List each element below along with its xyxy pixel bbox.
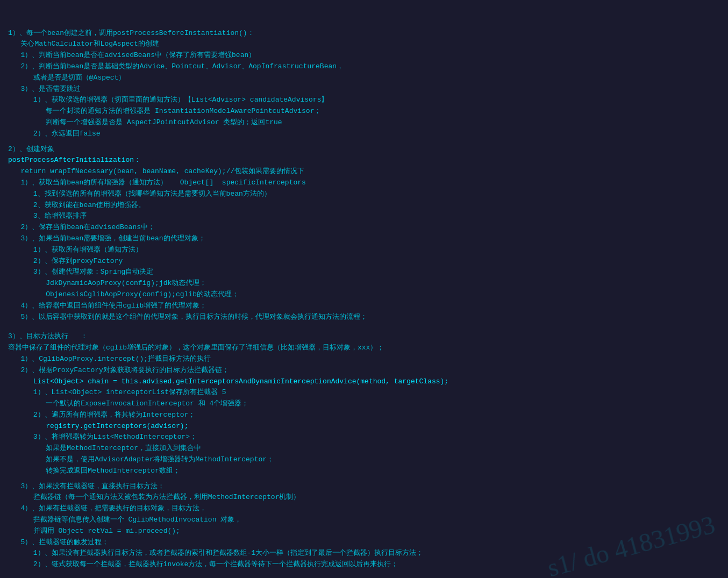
- code-line: 每一个封装的通知方法的增强器是 InstantiationModelAwareP…: [8, 106, 720, 117]
- code-line: return wrapIfNecessary(bean, beanName, c…: [8, 166, 720, 177]
- code-line: 5）、拦截器链的触发过程；: [8, 537, 720, 548]
- code-line: 4）、给容器中返回当前组件使用cglib增强了的代理对象；: [8, 301, 720, 312]
- code-line: 2）、创建对象: [8, 144, 720, 155]
- code-line: [8, 327, 720, 331]
- code-line: 2）、永远返回false: [8, 129, 720, 140]
- code-line: 关心MathCalculator和LogAspect的创建: [8, 39, 720, 50]
- code-line: 1）、获取当前bean的所有增强器（通知方法） Object[] specifi…: [8, 177, 720, 189]
- code-line: 2）、根据ProxyFactory对象获取将要执行的目标方法拦截器链；: [8, 365, 720, 376]
- code-line: 并调用 Object retVal = mi.proceed();: [8, 526, 720, 537]
- code-line: 3）、将增强器转为List<MethodInterceptor>；: [8, 432, 720, 443]
- code-line: 拦截器链等信息传入创建一个 CglibMethodInvocation 对象，: [8, 515, 720, 526]
- code-line: registry.getInterceptors(advisor);: [8, 421, 720, 432]
- code-block: 1）、每一个bean创建之前，调用postProcessBeforeInstan…: [8, 5, 720, 570]
- code-line: postProcessAfterInitialization：: [8, 155, 720, 166]
- code-line: 2）、保存当前bean在advisedBeans中；: [8, 222, 720, 233]
- code-line: 如果是MethodInterceptor，直接加入到集合中: [8, 443, 720, 454]
- code-line: 2）、链式获取每一个拦截器，拦截器执行invoke方法，每一个拦截器等待下一个拦…: [8, 559, 720, 570]
- code-line: [8, 323, 720, 327]
- code-line: List<Object> chain = this.advised.getInt…: [8, 376, 720, 388]
- code-line: 1）、如果没有拦截器执行目标方法，或者拦截器的索引和拦截器数组-1大小一样（指定…: [8, 548, 720, 559]
- code-line: 5）、以后容器中获取到的就是这个组件的代理对象，执行目标方法的时候，代理对象就会…: [8, 312, 720, 323]
- code-line: 3）、是否需要跳过: [8, 84, 720, 95]
- code-line: 2）、判断当前bean是否是基础类型的Advice、Pointcut、Advis…: [8, 61, 720, 73]
- code-line: 一个默认的ExposeInvocationInterceptor 和 4个增强器…: [8, 398, 720, 410]
- code-line: 2）、保存到proxyFactory: [8, 256, 720, 267]
- code-line: 2）、遍历所有的增强器，将其转为Interceptor；: [8, 410, 720, 421]
- code-line: 3）、目标方法执行 ：: [8, 331, 720, 342]
- code-line: 3）、如果没有拦截器链，直接执行目标方法；: [8, 481, 720, 493]
- code-line: 2、获取到能在bean使用的增强器。: [8, 200, 720, 211]
- code-line: 3）、如果当前bean需要增强，创建当前bean的代理对象；: [8, 233, 720, 245]
- code-line: 3）、创建代理对象：Spring自动决定: [8, 267, 720, 278]
- code-line: 1）、每一个bean创建之前，调用postProcessBeforeInstan…: [8, 28, 720, 39]
- code-line: ObjenesisCglibAopProxy(config);cglib的动态代…: [8, 289, 720, 301]
- code-line: 1）、List<Object> interceptorList保存所有拦截器 5: [8, 387, 720, 398]
- code-line: 容器中保存了组件的代理对象（cglib增强后的对象），这个对象里面保存了详细信息…: [8, 342, 720, 354]
- code-line: 3、给增强器排序: [8, 211, 720, 222]
- code-line: [8, 140, 720, 144]
- code-line: 1）、获取候选的增强器（切面里面的通知方法）【List<Advisor> can…: [8, 95, 720, 106]
- code-line: 4）、如果有拦截器链，把需要执行的目标对象，目标方法，: [8, 503, 720, 515]
- code-line: 1、找到候选的所有的增强器（找哪些通知方法是需要切入当前bean方法的）: [8, 189, 720, 200]
- code-line: 1）、获取所有增强器（通知方法）: [8, 245, 720, 256]
- code-line: 如果不是，使用AdvisorAdapter将增强器转为MethodInterce…: [8, 454, 720, 466]
- code-line: JdkDynamicAopProxy(config);jdk动态代理；: [8, 278, 720, 289]
- code-line: 判断每一个增强器是否是 AspectJPointcutAdvisor 类型的；返…: [8, 117, 720, 129]
- code-line: 或者是否是切面（@Aspect）: [8, 73, 720, 84]
- main-content: 1）、每一个bean创建之前，调用postProcessBeforeInstan…: [8, 5, 720, 570]
- code-line: 1）、CglibAopProxy.intercept();拦截目标方法的执行: [8, 354, 720, 365]
- code-line: 转换完成返回MethodInterceptor数组；: [8, 466, 720, 477]
- code-line: 拦截器链（每一个通知方法又被包装为方法拦截器，利用MethodIntercept…: [8, 492, 720, 503]
- code-line: 1）、判断当前bean是否在advisedBeans中（保存了所有需要增强bea…: [8, 50, 720, 61]
- code-line: [8, 477, 720, 481]
